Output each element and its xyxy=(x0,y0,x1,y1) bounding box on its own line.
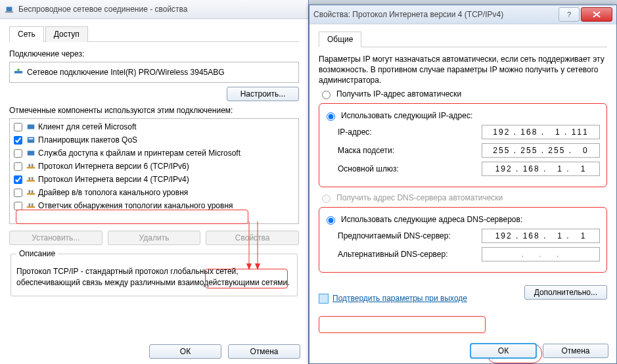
tab-network[interactable]: Сеть xyxy=(9,26,44,42)
component-icon xyxy=(26,175,35,184)
configure-button[interactable]: Настроить... xyxy=(227,87,299,101)
svg-rect-7 xyxy=(28,151,35,156)
list-item[interactable]: Клиент для сетей Microsoft xyxy=(11,120,297,133)
window-buttons: ? xyxy=(557,7,612,22)
ip-auto-radio[interactable]: Получить IP-адрес автоматически xyxy=(319,89,607,99)
app-icon xyxy=(4,4,14,14)
component-label: Клиент для сетей Microsoft xyxy=(38,122,137,131)
close-button[interactable] xyxy=(581,7,612,22)
radio-ip-manual[interactable] xyxy=(327,112,335,121)
component-checkbox[interactable] xyxy=(14,202,22,210)
mask-input[interactable] xyxy=(482,143,600,158)
dialog-buttons: ОК Отмена xyxy=(149,344,300,359)
tab-general[interactable]: Общие xyxy=(319,32,361,47)
wireless-connection-properties-window: Беспроводное сетевое соединение - свойст… xyxy=(0,0,309,364)
component-checkbox[interactable] xyxy=(14,149,22,158)
tab-access[interactable]: Доступ xyxy=(45,26,88,42)
svg-rect-15 xyxy=(29,191,31,193)
list-item[interactable]: Планировщик пакетов QoS xyxy=(11,133,297,147)
svg-rect-18 xyxy=(29,204,31,206)
titlebar[interactable]: Беспроводное сетевое соединение - свойст… xyxy=(0,0,308,19)
ip-manual-radio[interactable]: Использовать следующий IP-адрес: xyxy=(323,110,603,121)
list-item[interactable]: Драйвер в/в тополога канального уровня xyxy=(11,186,297,199)
description-legend: Описание xyxy=(16,249,58,258)
description-text: Протокол TCP/IP - стандартный протокол г… xyxy=(16,266,292,287)
window-body: Сеть Доступ Подключение через: Сетевое п… xyxy=(0,19,308,303)
svg-rect-14 xyxy=(27,193,35,195)
component-checkbox[interactable] xyxy=(14,175,22,184)
component-checkbox[interactable] xyxy=(14,162,22,171)
component-label: Служба доступа к файлам и принтерам сете… xyxy=(38,148,240,158)
component-icon xyxy=(26,201,35,210)
titlebar[interactable]: Свойства: Протокол Интернета версии 4 (T… xyxy=(309,5,616,24)
component-checkbox[interactable] xyxy=(14,136,22,145)
advanced-button[interactable]: Дополнительно... xyxy=(524,285,607,300)
dns-manual-radio[interactable]: Использовать следующие адреса DNS-сервер… xyxy=(323,214,603,225)
gw-input[interactable] xyxy=(482,162,600,176)
component-actions: Установить... Удалить Свойства xyxy=(9,231,299,245)
cancel-button[interactable]: Отмена xyxy=(543,344,608,358)
radio-ip-auto[interactable] xyxy=(322,91,331,99)
list-item[interactable]: Служба доступа к файлам и принтерам сете… xyxy=(11,147,297,160)
list-item[interactable]: Протокол Интернета версии 6 (TCP/IPv6) xyxy=(11,160,297,173)
confirm-on-exit-label: Подтвердить параметры при выходе xyxy=(332,294,467,303)
cancel-button[interactable]: Отмена xyxy=(228,344,300,359)
component-icon xyxy=(26,188,35,197)
svg-rect-11 xyxy=(27,180,35,182)
checkbox-icon[interactable] xyxy=(319,294,329,304)
dns2-label: Альтернативный DNS-сервер: xyxy=(338,250,474,259)
radio-dns-auto xyxy=(322,194,331,203)
description-group: Описание Протокол TCP/IP - стандартный п… xyxy=(11,249,298,296)
component-icon xyxy=(26,135,35,145)
ip-manual-group: Использовать следующий IP-адрес: IP-адре… xyxy=(319,103,607,187)
help-button[interactable]: ? xyxy=(559,7,580,22)
intro-text: Параметры IP могут назначаться автоматич… xyxy=(319,54,607,86)
ok-button[interactable]: ОК xyxy=(149,344,221,359)
component-icon xyxy=(26,162,35,171)
radio-dns-manual[interactable] xyxy=(327,216,335,225)
svg-rect-1 xyxy=(5,12,13,13)
svg-rect-16 xyxy=(32,191,34,193)
dns1-label: Предпочитаемый DNS-сервер: xyxy=(338,231,474,240)
remove-button[interactable]: Удалить xyxy=(108,231,201,245)
dns1-input[interactable] xyxy=(482,229,600,243)
window-title: Беспроводное сетевое соединение - свойст… xyxy=(18,5,188,14)
install-button[interactable]: Установить... xyxy=(9,231,103,245)
svg-rect-2 xyxy=(14,71,22,74)
component-label: Драйвер в/в тополога канального уровня xyxy=(38,188,188,197)
component-label: Ответчик обнаружения топологии канальног… xyxy=(38,201,233,210)
svg-rect-8 xyxy=(27,167,35,169)
svg-rect-10 xyxy=(32,164,34,167)
component-icon xyxy=(26,122,35,131)
list-item[interactable]: Ответчик обнаружения топологии канальног… xyxy=(11,199,297,212)
svg-rect-9 xyxy=(29,164,31,167)
svg-rect-3 xyxy=(17,68,20,71)
highlight-confirm xyxy=(319,316,486,333)
adapter-icon xyxy=(14,67,23,78)
ip-manual-label: Использовать следующий IP-адрес: xyxy=(341,111,472,120)
component-label: Протокол Интернета версии 6 (TCP/IPv6) xyxy=(38,162,189,171)
dns-manual-group: Использовать следующие адреса DNS-сервер… xyxy=(319,207,607,273)
svg-rect-0 xyxy=(7,7,12,12)
components-list[interactable]: Клиент для сетей MicrosoftПланировщик па… xyxy=(9,118,299,224)
confirm-on-exit-row[interactable]: Подтвердить параметры при выходе xyxy=(319,294,467,304)
tabs: Сеть Доступ xyxy=(9,26,299,42)
connect-via-label: Подключение через: xyxy=(9,49,299,59)
tabs: Общие xyxy=(319,31,607,47)
svg-rect-4 xyxy=(28,125,35,129)
mask-label: Маска подсети: xyxy=(338,146,474,155)
component-checkbox[interactable] xyxy=(14,123,22,131)
ip-input[interactable] xyxy=(482,125,600,139)
gw-label: Основной шлюз: xyxy=(338,164,474,173)
dns2-input[interactable] xyxy=(482,247,600,262)
list-item[interactable]: Протокол Интернета версии 4 (TCP/IPv4) xyxy=(11,173,297,186)
svg-rect-13 xyxy=(32,177,34,180)
dns-auto-label: Получить адрес DNS-сервера автоматически xyxy=(336,193,503,202)
ok-button[interactable]: ОК xyxy=(470,344,536,358)
properties-button[interactable]: Свойства xyxy=(206,231,299,245)
component-checkbox[interactable] xyxy=(14,189,22,197)
adapter-field: Сетевое подключение Intel(R) PRO/Wireles… xyxy=(9,62,299,83)
svg-rect-6 xyxy=(29,139,34,140)
dns-manual-label: Использовать следующие адреса DNS-сервер… xyxy=(341,215,522,224)
dialog-buttons: ОК Отмена xyxy=(470,344,608,358)
